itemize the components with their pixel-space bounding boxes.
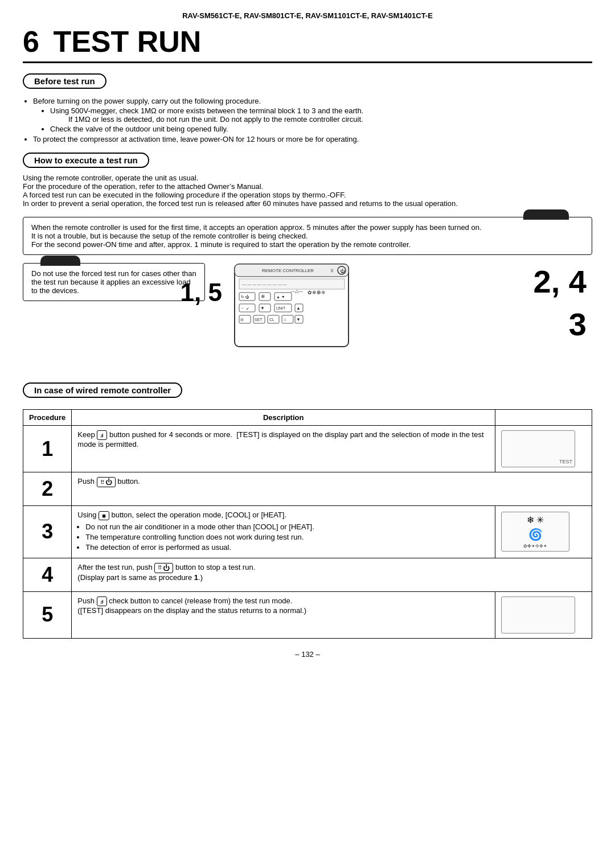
info-box: When the remote controller is used for t…: [23, 217, 592, 255]
table-row: 4 After the test run, push ⠿ ⏻ button to…: [23, 558, 592, 591]
info-line2: It is not a trouble, but is because the …: [31, 232, 584, 240]
step-24-label: 2, 4: [534, 266, 587, 298]
cool-heat-icons-row: ❄ ✳: [527, 515, 544, 525]
before-test-run-section: Before test run Before turning on the po…: [23, 73, 592, 143]
remote-svg: REMOTE CONTROLLER ⏻ ⠿ ― ― ― ― ― ― ― ― ― …: [233, 263, 359, 351]
proc-desc-3: Using ■ button, select the operation mod…: [72, 506, 495, 558]
how-to-execute-section: How to execute a test run Using the remo…: [23, 153, 592, 208]
power-btn-2: ⠿ ⏻: [97, 477, 116, 487]
table-row: 1 Keep ⅎ button pushed for 4 seconds or …: [23, 426, 592, 472]
page-number: – 132 –: [295, 650, 319, 659]
desc3-bullet1: Do not run the air conditioner in a mode…: [85, 523, 489, 531]
display-img-1: TEST: [501, 430, 575, 467]
col-description: Description: [72, 410, 495, 426]
proc-img-3: ❄ ✳ 🌀 ✿✤✦✣✥✦: [495, 506, 592, 558]
proc-desc-4: After the test run, push ⠿ ⏻ button to s…: [72, 558, 592, 591]
table-row: 3 Using ■ button, select the operation m…: [23, 506, 592, 558]
before-bullet-2: To protect the compressor at activation …: [33, 135, 592, 143]
svg-text:▲: ▲: [296, 306, 301, 311]
step-15-label: 1, 5: [181, 278, 222, 307]
proc-num-5: 5: [23, 591, 72, 638]
forced-test-tab: [40, 256, 80, 266]
proc-num-4: 4: [23, 558, 72, 591]
before-test-run-heading: Before test run: [23, 73, 106, 89]
col-image-header: [495, 410, 592, 426]
proc-img-1: TEST: [495, 426, 592, 472]
proc-num-3: 3: [23, 506, 72, 558]
wired-remote-heading: In case of wired remote controller: [23, 382, 182, 398]
info-line3: For the second power-ON time and after, …: [31, 240, 584, 249]
page-footer: – 132 –: [23, 650, 592, 659]
svg-text:▼: ▼: [296, 317, 301, 322]
proc-num-1: 1: [23, 426, 72, 472]
desc3-bullet3: The detection of error is performed as u…: [85, 543, 489, 552]
svg-text:❄: ❄: [261, 294, 265, 299]
mode-btn-3: ■: [99, 511, 109, 520]
wired-remote-section: In case of wired remote controller Proce…: [23, 382, 592, 639]
forced-test-text: Do not use the forced test run for cases…: [31, 269, 196, 295]
test-label-1: TEST: [559, 459, 572, 464]
display-img-5: [501, 597, 575, 633]
svg-text:✿❄❆❈: ✿❄❆❈: [308, 290, 326, 295]
cool-heat-sub: ✿✤✦✣✥✦: [523, 544, 547, 549]
proc-img-5: [495, 591, 592, 638]
svg-text:REMOTE CONTROLLER: REMOTE CONTROLLER: [262, 268, 314, 273]
chapter-title: 6 TEST RUN: [23, 26, 592, 63]
how-to-execute-heading: How to execute a test run: [23, 153, 149, 168]
forced-test-box: Do not use the forced test run for cases…: [23, 263, 205, 301]
before-bullet-1: Before turning on the power supply, carr…: [33, 97, 592, 133]
remote-controller-diagram: REMOTE CONTROLLER ⏻ ⠿ ― ― ― ― ― ― ― ― ― …: [233, 263, 364, 354]
info-box-tab: [523, 209, 569, 220]
step-3-label: 3: [569, 308, 587, 340]
before-step-2: Check the valve of the outdoor unit bein…: [50, 125, 592, 133]
check-btn-1: ⅎ: [97, 430, 107, 440]
how-line4: In order to prevent a serial operation, …: [23, 199, 592, 208]
svg-text:― ― ― ― ― ― ― ― ―: ― ― ― ― ― ― ― ― ―: [242, 282, 287, 286]
col-procedure: Procedure: [23, 410, 72, 426]
svg-text:UNIT: UNIT: [276, 306, 286, 310]
svg-text:▲ ▼: ▲ ▼: [276, 295, 285, 299]
svg-text:CL: CL: [269, 318, 274, 322]
cool-heat-fan: 🌀: [528, 528, 543, 541]
check-btn-5: ⅎ: [97, 597, 107, 606]
cool-heat-display: ❄ ✳ 🌀 ✿✤✦✣✥✦: [501, 512, 569, 552]
proc-desc-2: Push ⠿ ⏻ button.: [72, 472, 592, 506]
svg-text:⌂: ⌂: [284, 317, 286, 322]
svg-text:⏻: ⏻: [340, 269, 345, 274]
procedure-table: Procedure Description 1 Keep ⅎ button pu…: [23, 409, 592, 639]
svg-text:⊞: ⊞: [240, 318, 244, 322]
info-line1: When the remote controller is used for t…: [31, 223, 584, 232]
proc-desc-5: Push ⅎ check button to cancel (release f…: [72, 591, 495, 638]
svg-text:⠿: ⠿: [330, 269, 334, 274]
how-line1: Using the remote controller, operate the…: [23, 174, 592, 182]
header-model: RAV-SM561CT-E, RAV-SM801CT-E, RAV-SM1101…: [23, 11, 592, 20]
power-btn-4: ⠿ ⏻: [154, 563, 173, 573]
how-line2: For the procedure of the operation, refe…: [23, 182, 592, 191]
proc-desc-1: Keep ⅎ button pushed for 4 seconds or mo…: [72, 426, 495, 472]
before-step-1: Using 500V-megger, check 1MΩ or more exi…: [50, 106, 592, 124]
svg-text:↻ ⏻: ↻ ⏻: [241, 295, 249, 299]
proc-num-2: 2: [23, 472, 72, 506]
svg-text:―△―: ―△―: [290, 289, 303, 294]
table-row: 5 Push ⅎ check button to cancel (release…: [23, 591, 592, 638]
before-step-1b: If 1MΩ or less is detected, do not run t…: [68, 115, 363, 124]
how-line3: A forced test run can be executed in the…: [23, 191, 592, 199]
forced-test-section: Do not use the forced test run for cases…: [23, 263, 592, 354]
desc3-bullet2: The temperature controlling function doe…: [85, 533, 489, 541]
svg-text:▼: ▼: [260, 306, 265, 311]
svg-text:SET: SET: [255, 318, 263, 322]
table-row: 2 Push ⠿ ⏻ button.: [23, 472, 592, 506]
svg-text:← ↙: ← ↙: [241, 306, 249, 310]
